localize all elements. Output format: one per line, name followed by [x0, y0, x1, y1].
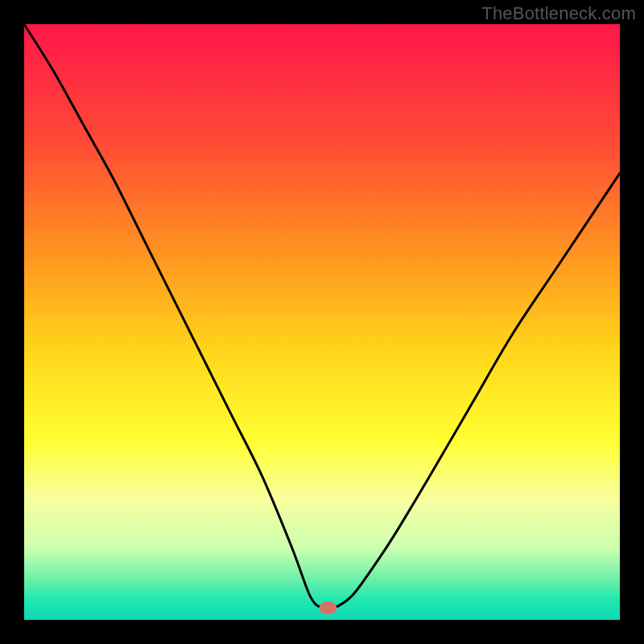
chart-frame: TheBottleneck.com	[0, 0, 644, 644]
watermark-text: TheBottleneck.com	[481, 3, 636, 24]
plot-background	[24, 24, 620, 620]
bottleneck-chart	[0, 0, 644, 644]
optimal-point-marker	[319, 601, 336, 614]
